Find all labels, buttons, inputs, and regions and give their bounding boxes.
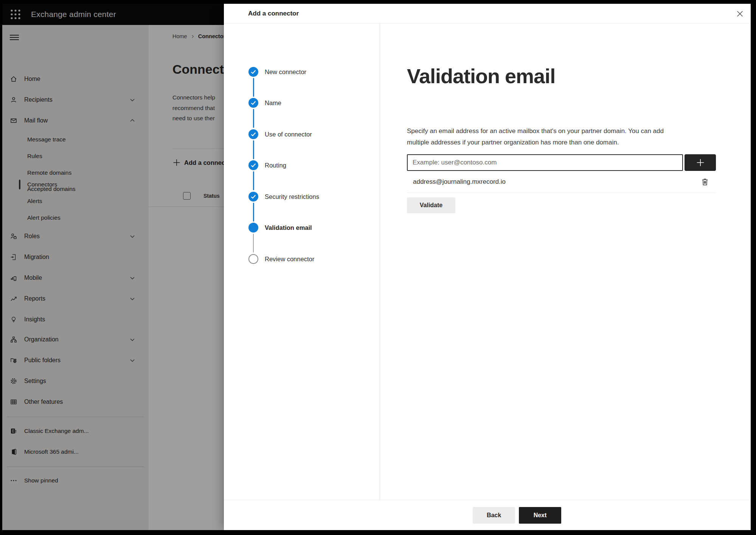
step-complete-icon (248, 160, 258, 170)
close-icon[interactable] (733, 7, 747, 20)
plus-icon (696, 158, 705, 167)
step-upcoming-dot (248, 254, 258, 264)
app-window: Exchange admin center Home Recipients Ma… (2, 4, 751, 530)
step-complete-icon (248, 98, 258, 108)
address-value: address@journaling.mxrecord.io (413, 171, 506, 193)
step-complete-icon (248, 192, 258, 202)
wizard-stepper: New connector Name Use of connector Rout… (224, 23, 380, 500)
email-address-input[interactable] (407, 154, 683, 171)
step-active-dot (248, 223, 258, 233)
add-connector-dialog: Add a connector New connector Name Use o… (224, 4, 751, 530)
step-complete-icon (248, 129, 258, 139)
delete-address-icon[interactable] (700, 177, 709, 186)
step-connector (253, 171, 254, 190)
dialog-title: Add a connector (248, 4, 299, 23)
address-list-item: address@journaling.mxrecord.io (407, 171, 716, 193)
back-button[interactable]: Back (473, 507, 515, 524)
step-connector (253, 109, 254, 128)
step-complete-icon (248, 67, 258, 77)
step-connector (253, 140, 254, 159)
step-new-connector[interactable]: New connector (224, 67, 380, 77)
step-name[interactable]: Name (224, 98, 380, 108)
step-review-connector[interactable]: Review connector (224, 254, 380, 264)
step-connector (253, 203, 254, 222)
add-address-button[interactable] (685, 154, 716, 171)
step-connector (253, 78, 254, 97)
step-connector (253, 234, 254, 253)
dialog-footer: Back Next (224, 500, 751, 530)
step-validation-email[interactable]: Validation email (224, 223, 380, 233)
dialog-header: Add a connector (224, 4, 751, 23)
step-routing[interactable]: Routing (224, 160, 380, 170)
step-heading: Validation email (407, 64, 555, 88)
step-description: Specify an email address for an active m… (407, 126, 664, 148)
step-use-of-connector[interactable]: Use of connector (224, 129, 380, 139)
step-security-restrictions[interactable]: Security restrictions (224, 192, 380, 202)
next-button[interactable]: Next (519, 507, 561, 524)
validate-button[interactable]: Validate (407, 197, 455, 213)
